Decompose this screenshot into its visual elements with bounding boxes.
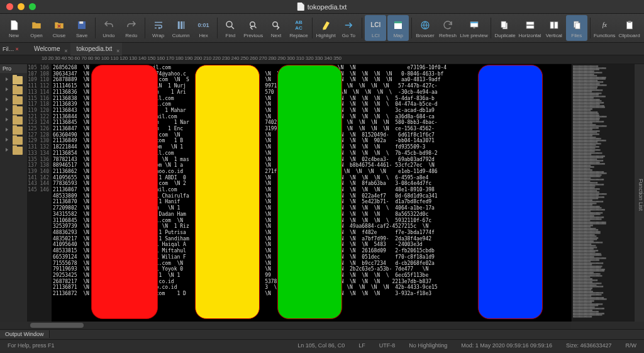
folder-icon[interactable] <box>13 147 23 155</box>
files-panel-header: Fil…× <box>0 46 28 52</box>
lci-button[interactable]: LCILCI <box>365 15 386 41</box>
status-readwrite[interactable]: R/W <box>623 342 640 349</box>
open-button[interactable]: Open <box>26 15 47 41</box>
close-tab-icon[interactable]: × <box>64 45 67 57</box>
undo-icon <box>102 18 116 32</box>
next-button[interactable]: Next <box>265 15 287 41</box>
minimap[interactable]: ████████████████████████████████████████… <box>571 64 634 322</box>
svg-rect-2 <box>177 21 179 29</box>
tab-tokopedia-txt[interactable]: tokopedia.txt× <box>70 43 123 55</box>
redo-button[interactable]: Redo <box>121 15 142 41</box>
status-eol[interactable]: LF <box>356 342 368 349</box>
line-number-gutter: 105 106 107 108 109 110 111 112 113 114 … <box>28 64 52 322</box>
vertical-button[interactable]: Vertical <box>543 15 565 41</box>
find-icon <box>223 18 237 32</box>
status-help: For Help, press F1 <box>5 342 57 349</box>
svg-rect-3 <box>180 21 182 29</box>
folder-icon[interactable] <box>13 76 23 84</box>
column-button[interactable]: Column <box>170 15 192 41</box>
svg-rect-19 <box>555 21 558 28</box>
clip-icon <box>623 18 636 32</box>
lci-icon: LCI <box>369 18 382 32</box>
project-sidebar[interactable]: Pro <box>0 64 28 322</box>
svg-rect-23 <box>628 21 631 23</box>
svg-rect-1 <box>79 21 83 24</box>
svg-rect-21 <box>575 23 580 29</box>
zoom-window-button[interactable] <box>29 3 36 10</box>
close-window-button[interactable] <box>6 3 13 10</box>
undo-button[interactable]: Undo <box>98 15 119 41</box>
col-icon <box>174 18 188 32</box>
svg-point-5 <box>226 21 232 27</box>
folder-tree[interactable] <box>0 73 27 155</box>
browser-button[interactable]: Browser <box>414 15 436 41</box>
new-button[interactable]: New <box>3 15 25 41</box>
files-icon <box>570 18 584 32</box>
project-label: Pro <box>0 64 27 73</box>
map-button[interactable]: Map <box>387 15 409 41</box>
replace-button[interactable]: ABACReplace <box>288 15 309 41</box>
livepreview-button[interactable]: Live preview <box>460 15 488 41</box>
redo-icon <box>125 18 138 32</box>
traffic-lights <box>0 3 36 10</box>
wrap-button[interactable]: Wrap <box>148 15 169 41</box>
window-titlebar: tokopedia.txt <box>0 0 644 14</box>
svg-rect-17 <box>526 25 534 28</box>
vsplit-icon <box>547 18 561 32</box>
folder-icon[interactable] <box>13 126 23 135</box>
overlay-rect-blue <box>478 65 543 319</box>
doc-icon <box>7 18 21 32</box>
folder-icon[interactable] <box>13 116 23 125</box>
scrollbar-thumb[interactable] <box>30 323 84 328</box>
folder-icon[interactable] <box>13 86 23 94</box>
folder-icon[interactable] <box>13 106 23 115</box>
function-list-tab[interactable]: Function List <box>634 64 644 322</box>
clipboard-button[interactable]: Clipboard <box>618 15 641 41</box>
tab-bar: Fil…× Welcome×tokopedia.txt× <box>0 43 644 55</box>
close-button[interactable]: Close <box>48 15 70 41</box>
preview-icon <box>467 18 481 32</box>
prev-icon <box>247 18 260 32</box>
refresh-icon <box>441 18 455 32</box>
repl-icon: ABAC <box>292 18 306 32</box>
map-icon <box>391 18 405 32</box>
horizontal-scrollbar[interactable] <box>28 322 571 329</box>
text-editor[interactable]: 105 106 107 108 109 110 111 112 113 114 … <box>28 64 571 322</box>
previous-button[interactable]: Previous <box>242 15 264 41</box>
svg-rect-16 <box>526 21 534 25</box>
folder-icon[interactable] <box>13 137 23 145</box>
folder-icon <box>30 18 43 32</box>
status-position[interactable]: Ln 105, Col 86, C0 <box>295 342 347 349</box>
main-toolbar: NewOpenCloseSaveUndoRedoWrapColumn0:01He… <box>0 14 644 43</box>
find-button[interactable]: Find <box>219 15 241 41</box>
tab-welcome[interactable]: Welcome× <box>28 43 70 55</box>
goto-icon <box>341 18 355 32</box>
functions-button[interactable]: fxFunctions <box>593 15 616 41</box>
duplicate-button[interactable]: Duplicate <box>494 15 516 41</box>
status-highlighting[interactable]: No Highlighting <box>406 342 450 349</box>
output-window-tab[interactable]: Output Window <box>0 330 50 338</box>
horizontal-button[interactable]: Horizontal <box>518 15 541 41</box>
files-button[interactable]: Files <box>566 15 587 41</box>
highlight-button[interactable]: Highlight <box>315 15 337 41</box>
svg-rect-18 <box>550 21 553 28</box>
minimize-window-button[interactable] <box>18 3 25 10</box>
close-tab-icon[interactable]: × <box>116 45 119 57</box>
svg-rect-13 <box>473 27 475 28</box>
next-icon <box>269 18 283 32</box>
disk-icon <box>75 18 89 32</box>
refresh-button[interactable]: Refresh <box>437 15 458 41</box>
overlay-rect-green <box>277 65 342 319</box>
close-panel-icon[interactable]: × <box>16 46 19 52</box>
save-button[interactable]: Save <box>71 15 92 41</box>
hex-button[interactable]: 0:01Hex <box>193 15 214 41</box>
svg-rect-9 <box>394 21 402 23</box>
svg-rect-22 <box>626 21 632 28</box>
goto-button[interactable]: Go To <box>338 15 359 41</box>
folder-x-icon <box>52 18 66 32</box>
hex-icon: 0:01 <box>197 18 211 32</box>
status-encoding[interactable]: UTF-8 <box>377 342 398 349</box>
document-icon <box>297 3 304 11</box>
folder-icon[interactable] <box>13 96 23 104</box>
hl-icon <box>319 18 333 32</box>
